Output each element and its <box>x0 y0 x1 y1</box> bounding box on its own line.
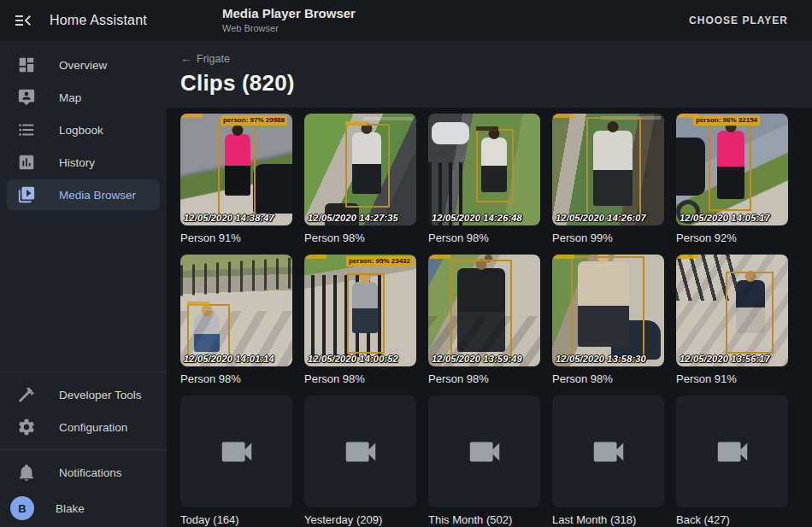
clip-timestamp-overlay: 12/05/2020 14:38:47 <box>184 213 274 223</box>
sidebar-item-media-browser[interactable]: Media Browser <box>7 179 160 210</box>
sidebar-item-overview[interactable]: Overview <box>7 50 160 80</box>
folder-thumbnail <box>676 395 788 507</box>
clip-caption: Person 98% <box>428 372 540 385</box>
choose-player-button[interactable]: CHOOSE PLAYER <box>684 0 793 41</box>
sidebar-item-history[interactable]: History <box>7 147 160 178</box>
clip-timestamp-overlay: 12/05/2020 14:05:17 <box>680 213 770 223</box>
user-name: Blake <box>56 502 85 515</box>
clips-grid: person: 97% 29988 12/05/2020 14:38:47 Pe… <box>167 108 812 526</box>
detection-label: person: 95% 23432 <box>346 256 413 266</box>
clip-thumbnail: 12/05/2020 14:01:14 <box>180 255 292 366</box>
video-camera-icon <box>713 432 752 471</box>
app-title: Home Assistant <box>50 13 147 28</box>
folder-caption: Last Month (318) <box>552 513 664 526</box>
detection-mini-label <box>304 255 327 259</box>
app-toolbar: Home Assistant Media Player Browser Web … <box>0 0 812 41</box>
sidebar-item-configuration[interactable]: Configuration <box>7 412 160 442</box>
sidebar-toggle-icon[interactable] <box>14 10 34 31</box>
clip-thumbnail: person: 97% 29988 12/05/2020 14:38:47 <box>180 114 292 225</box>
detection-bounding-box <box>347 273 385 354</box>
folder-caption: Back (427) <box>676 513 788 526</box>
folder-caption: Yesterday (209) <box>304 513 416 526</box>
tooltip-account-icon <box>17 88 36 107</box>
detection-mini-label <box>180 114 203 118</box>
page-heading: Clips (820) <box>180 70 798 97</box>
detection-mini-label <box>187 302 209 306</box>
clip-caption: Person 98% <box>180 372 292 385</box>
detection-bounding-box <box>709 122 751 211</box>
sidebar-item-developer-tools[interactable]: Developer Tools <box>7 379 160 410</box>
detection-bounding-box <box>345 124 390 208</box>
detection-mini-label <box>428 255 450 259</box>
clip-caption: Person 92% <box>676 231 788 244</box>
video-camera-icon <box>589 432 628 471</box>
hammer-icon <box>17 385 36 404</box>
clip-caption: Person 91% <box>180 231 292 244</box>
clip-timestamp-overlay: 12/05/2020 13:56:17 <box>680 354 770 364</box>
clip-caption: Person 98% <box>304 231 416 244</box>
chart-box-icon <box>17 153 36 172</box>
detection-label: person: 97% 29988 <box>221 115 287 126</box>
clip-card[interactable]: 12/05/2020 14:26:48 Person 98% <box>428 114 540 244</box>
sidebar-user-profile[interactable]: B Blake <box>0 489 167 527</box>
sidebar-divider <box>0 372 167 372</box>
clip-card[interactable]: 12/05/2020 14:27:35 Person 98% <box>304 114 416 244</box>
sidebar-divider <box>0 449 167 450</box>
clip-card[interactable]: 12/05/2020 13:59:49 Person 98% <box>428 255 540 385</box>
detection-mini-label <box>676 255 698 259</box>
media-browser-content: Frigate Clips (820) person: 97% 29988 12… <box>167 41 812 527</box>
detection-mini-label <box>552 114 574 118</box>
sidebar-item-notifications[interactable]: Notifications <box>7 457 160 488</box>
back-to-frigate-link[interactable]: Frigate <box>180 52 230 65</box>
back-arrow-icon <box>180 52 197 65</box>
detection-bounding-box <box>476 129 514 202</box>
clip-thumbnail: 12/05/2020 13:58:30 <box>552 255 664 366</box>
sidebar-spacer <box>0 212 167 366</box>
detection-label: person: 96% 32154 <box>693 115 760 126</box>
folder-caption: Today (164) <box>180 513 292 526</box>
clip-card[interactable]: person: 97% 29988 12/05/2020 14:38:47 Pe… <box>180 114 292 244</box>
sidebar-item-logbook[interactable]: Logbook <box>7 114 160 145</box>
clip-card[interactable]: person: 95% 23432 12/05/2020 14:00:52 Pe… <box>304 255 416 385</box>
folder-card[interactable]: Back (427) <box>676 395 788 526</box>
folder-thumbnail <box>180 395 292 507</box>
folder-card[interactable]: Last Month (318) <box>552 395 664 526</box>
clip-timestamp-overlay: 12/05/2020 13:59:49 <box>432 354 522 364</box>
detection-mini-label <box>345 121 368 126</box>
clip-timestamp-overlay: 12/05/2020 13:58:30 <box>556 354 646 364</box>
clip-card[interactable]: person: 96% 32154 12/05/2020 14:05:17 Pe… <box>676 114 788 244</box>
video-camera-icon <box>465 432 504 471</box>
detection-mini-label <box>552 255 574 259</box>
sidebar-item-map[interactable]: Map <box>7 82 160 113</box>
detection-bounding-box <box>450 260 512 360</box>
clip-timestamp-overlay: 12/05/2020 14:26:07 <box>556 213 646 223</box>
clip-caption: Person 98% <box>428 231 540 244</box>
folder-thumbnail <box>552 395 664 507</box>
avatar: B <box>10 496 34 520</box>
clip-timestamp-overlay: 12/05/2020 14:01:14 <box>184 354 274 364</box>
folder-card[interactable]: This Month (502) <box>428 395 540 526</box>
view-dashboard-icon <box>17 56 36 74</box>
bell-icon <box>17 463 36 482</box>
back-label: Frigate <box>197 53 230 65</box>
folder-card[interactable]: Yesterday (209) <box>304 395 416 526</box>
clip-thumbnail: 12/05/2020 14:26:07 <box>552 114 664 225</box>
clip-card[interactable]: 12/05/2020 13:58:30 Person 98% <box>552 255 664 385</box>
detection-bounding-box <box>726 272 774 354</box>
clip-timestamp-overlay: 12/05/2020 14:26:48 <box>432 213 522 223</box>
clip-thumbnail: 12/05/2020 13:59:49 <box>428 255 540 366</box>
folder-card[interactable]: Today (164) <box>180 395 292 526</box>
clip-card[interactable]: 12/05/2020 14:26:07 Person 99% <box>552 114 664 244</box>
clip-caption: Person 91% <box>676 372 788 385</box>
page-subtitle: Web Browser <box>222 23 356 33</box>
detection-bounding-box <box>571 256 644 360</box>
page-title-block: Media Player Browser Web Browser <box>222 6 356 33</box>
clip-card[interactable]: 12/05/2020 14:01:14 Person 98% <box>180 255 292 385</box>
clip-thumbnail: 12/05/2020 13:56:17 <box>676 255 788 366</box>
page-title: Media Player Browser <box>222 6 356 20</box>
format-list-icon <box>17 120 36 139</box>
detection-mini-label <box>476 126 498 131</box>
video-camera-icon <box>341 432 380 471</box>
clip-caption: Person 98% <box>552 372 664 385</box>
clip-card[interactable]: 12/05/2020 13:56:17 Person 91% <box>676 255 788 385</box>
